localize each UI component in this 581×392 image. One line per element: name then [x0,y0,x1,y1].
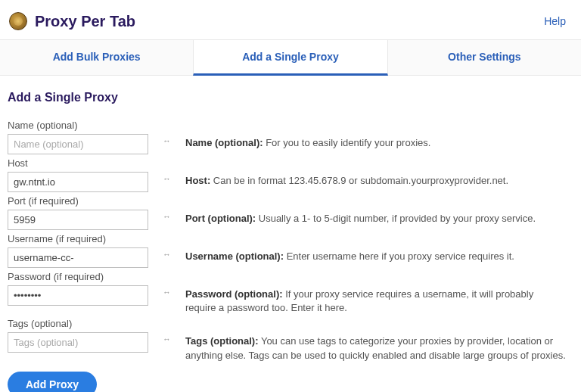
username-hint: Username (optional): Enter username here… [185,233,573,263]
arrow-icon: ↔ [163,271,185,297]
tags-label: Tags (optional) [8,318,163,329]
host-input[interactable] [8,172,148,192]
tags-input[interactable] [8,332,148,353]
port-label: Port (if required) [8,195,163,207]
row-username: Username (if required) ↔ Username (optio… [8,233,573,268]
row-host: Host ↔ Host: Can be in format 123.45.678… [8,157,573,192]
password-label: Password (if required) [8,271,163,282]
arrow-icon: ↔ [163,120,185,145]
app-title: Proxy Per Tab [35,13,135,30]
row-password: Password (if required) ↔ Password (optio… [8,271,573,315]
name-hint: Name (optional): For you to easily ident… [185,120,573,150]
password-hint: Password (optional): If your proxy servi… [185,271,573,315]
arrow-icon: ↔ [163,318,185,344]
tab-bulk-proxies[interactable]: Add Bulk Proxies [0,40,193,75]
add-proxy-button[interactable]: Add Proxy [8,372,97,392]
port-hint: Port (optional): Usually a 1- to 5-digit… [185,195,573,226]
help-link[interactable]: Help [544,15,566,27]
row-tags: Tags (optional) ↔ Tags (optional): You c… [8,318,573,362]
host-label: Host [8,157,163,169]
name-input[interactable] [8,134,148,154]
username-input[interactable] [8,247,148,268]
arrow-icon: ↔ [163,157,185,183]
port-input[interactable] [8,210,148,230]
header: Proxy Per Tab Help [0,0,581,39]
password-input[interactable] [8,285,148,306]
tags-hint: Tags (optional): You can use tags to cat… [185,318,573,362]
username-label: Username (if required) [8,233,163,244]
app-logo-icon [9,12,27,30]
arrow-icon: ↔ [163,195,185,221]
arrow-icon: ↔ [163,233,185,259]
name-label: Name (optional) [8,120,163,131]
content: Add a Single Proxy Name (optional) ↔ Nam… [0,76,581,392]
host-hint: Host: Can be in format 123.45.678.9 or s… [185,157,573,188]
tab-single-proxy[interactable]: Add a Single Proxy [193,40,387,76]
row-port: Port (if required) ↔ Port (optional): Us… [8,195,573,230]
tab-other-settings[interactable]: Other Settings [388,40,581,75]
row-name: Name (optional) ↔ Name (optional): For y… [8,120,573,154]
tabs: Add Bulk Proxies Add a Single Proxy Othe… [0,39,581,76]
header-left: Proxy Per Tab [9,12,135,30]
section-title: Add a Single Proxy [8,91,573,104]
